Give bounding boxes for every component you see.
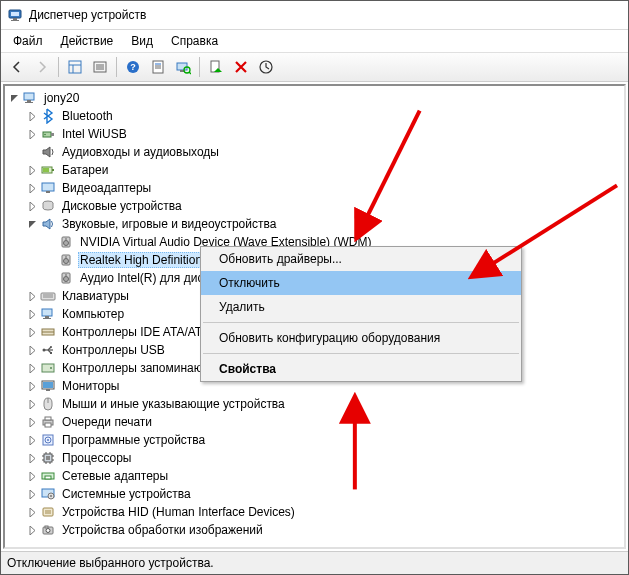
expand-icon[interactable] bbox=[26, 164, 38, 176]
tree-category[interactable]: Очереди печати bbox=[26, 413, 624, 431]
context-item[interactable]: Обновить драйверы... bbox=[201, 247, 521, 271]
tree-category[interactable]: Звуковые, игровые и видеоустройства bbox=[26, 215, 624, 233]
uninstall-button[interactable] bbox=[229, 55, 253, 79]
expand-icon[interactable] bbox=[26, 452, 38, 464]
back-button[interactable] bbox=[5, 55, 29, 79]
tree-label: Аудио Intel(R) для диспл bbox=[78, 271, 219, 285]
expand-icon[interactable] bbox=[26, 308, 38, 320]
tree-category[interactable]: Системные устройства bbox=[26, 485, 624, 503]
menu-help[interactable]: Справка bbox=[163, 32, 226, 50]
tree-category[interactable]: Программные устройства bbox=[26, 431, 624, 449]
toolbar-separator bbox=[58, 57, 59, 77]
scan-button[interactable] bbox=[171, 55, 195, 79]
battery-icon bbox=[40, 162, 56, 178]
monitor-icon bbox=[40, 378, 56, 394]
expand-icon[interactable] bbox=[26, 290, 38, 302]
tree-label: Компьютер bbox=[60, 307, 126, 321]
expand-icon[interactable] bbox=[26, 506, 38, 518]
svg-rect-2 bbox=[13, 18, 17, 20]
show-hidden-button[interactable] bbox=[63, 55, 87, 79]
computer-icon bbox=[22, 90, 38, 106]
tree-category[interactable]: Дисковые устройства bbox=[26, 197, 624, 215]
speaker-icon bbox=[58, 270, 74, 286]
tree-category[interactable]: Устройства обработки изображений bbox=[26, 521, 624, 539]
computer-icon bbox=[40, 306, 56, 322]
context-item[interactable]: Обновить конфигурацию оборудования bbox=[201, 326, 521, 350]
statusbar: Отключение выбранного устройства. bbox=[1, 551, 628, 574]
svg-line-20 bbox=[189, 72, 191, 74]
context-menu: Обновить драйверы...ОтключитьУдалитьОбно… bbox=[200, 246, 522, 382]
menu-action[interactable]: Действие bbox=[53, 32, 122, 50]
context-item[interactable]: Отключить bbox=[201, 271, 521, 295]
tree-category[interactable]: Батареи bbox=[26, 161, 624, 179]
tree-label: Контроллеры IDE ATA/ATA bbox=[60, 325, 211, 339]
expand-icon[interactable] bbox=[26, 218, 38, 230]
properties-button[interactable] bbox=[146, 55, 170, 79]
tree-label: Видеоадаптеры bbox=[60, 181, 153, 195]
expand-icon[interactable] bbox=[26, 128, 38, 140]
menu-view[interactable]: Вид bbox=[123, 32, 161, 50]
print-icon bbox=[40, 414, 56, 430]
tree-label: Realtek High Definition A bbox=[78, 252, 215, 268]
tree-category[interactable]: Мыши и иные указывающие устройства bbox=[26, 395, 624, 413]
forward-button[interactable] bbox=[30, 55, 54, 79]
expand-icon[interactable] bbox=[8, 92, 20, 104]
expand-icon[interactable] bbox=[26, 200, 38, 212]
update-driver-button[interactable] bbox=[254, 55, 278, 79]
titlebar: Диспетчер устройств bbox=[1, 1, 628, 30]
tree-category[interactable]: Аудиовходы и аудиовыходы bbox=[26, 143, 624, 161]
action-button[interactable] bbox=[88, 55, 112, 79]
expand-icon[interactable] bbox=[26, 362, 38, 374]
expand-icon[interactable] bbox=[26, 380, 38, 392]
enable-button[interactable] bbox=[204, 55, 228, 79]
tree-label: Программные устройства bbox=[60, 433, 207, 447]
tree-category[interactable]: Intel WiUSB bbox=[26, 125, 624, 143]
expand-icon[interactable] bbox=[26, 182, 38, 194]
tree-label: Батареи bbox=[60, 163, 110, 177]
tree-label: Устройства обработки изображений bbox=[60, 523, 265, 537]
tree-label: Bluetooth bbox=[60, 109, 115, 123]
window-title: Диспетчер устройств bbox=[29, 8, 622, 22]
context-item[interactable]: Удалить bbox=[201, 295, 521, 319]
expand-icon[interactable] bbox=[26, 110, 38, 122]
expand-icon[interactable] bbox=[26, 326, 38, 338]
speaker-icon bbox=[58, 252, 74, 268]
tree-label: jony20 bbox=[42, 91, 81, 105]
tree-category[interactable]: Bluetooth bbox=[26, 107, 624, 125]
disk-icon bbox=[40, 198, 56, 214]
help-button[interactable]: ? bbox=[121, 55, 145, 79]
tree-root-node[interactable]: jony20 bbox=[8, 89, 624, 107]
svg-rect-13 bbox=[153, 61, 163, 73]
device-manager-window: Диспетчер устройств Файл Действие Вид Сп… bbox=[0, 0, 629, 575]
tree-label: Очереди печати bbox=[60, 415, 154, 429]
mouse-icon bbox=[40, 396, 56, 412]
keyboard-icon bbox=[40, 288, 56, 304]
tree-category[interactable]: Процессоры bbox=[26, 449, 624, 467]
tree-label: Мыши и иные указывающие устройства bbox=[60, 397, 287, 411]
device-tree-pane[interactable]: jony20BluetoothIntel WiUSBАудиовходы и а… bbox=[3, 84, 626, 549]
tree-label: Контроллеры USB bbox=[60, 343, 167, 357]
menu-file[interactable]: Файл bbox=[5, 32, 51, 50]
expand-icon[interactable] bbox=[26, 416, 38, 428]
context-item[interactable]: Свойства bbox=[201, 357, 521, 381]
net-icon bbox=[40, 468, 56, 484]
audio-icon bbox=[40, 144, 56, 160]
tree-label: Звуковые, игровые и видеоустройства bbox=[60, 217, 278, 231]
expand-icon[interactable] bbox=[26, 470, 38, 482]
tree-category[interactable]: Устройства HID (Human Interface Devices) bbox=[26, 503, 624, 521]
bt-icon bbox=[40, 108, 56, 124]
expand-icon[interactable] bbox=[26, 398, 38, 410]
expand-icon[interactable] bbox=[26, 344, 38, 356]
tree-category[interactable]: Сетевые адаптеры bbox=[26, 467, 624, 485]
context-separator bbox=[203, 322, 519, 323]
tree-category[interactable]: Видеоадаптеры bbox=[26, 179, 624, 197]
expand-icon[interactable] bbox=[26, 434, 38, 446]
svg-rect-4 bbox=[69, 61, 81, 73]
tree-label: Мониторы bbox=[60, 379, 121, 393]
expand-icon[interactable] bbox=[26, 488, 38, 500]
toolbar-separator bbox=[116, 57, 117, 77]
menubar: Файл Действие Вид Справка bbox=[1, 30, 628, 52]
usbctl-icon bbox=[40, 342, 56, 358]
expand-icon[interactable] bbox=[26, 524, 38, 536]
tree-label: Дисковые устройства bbox=[60, 199, 184, 213]
